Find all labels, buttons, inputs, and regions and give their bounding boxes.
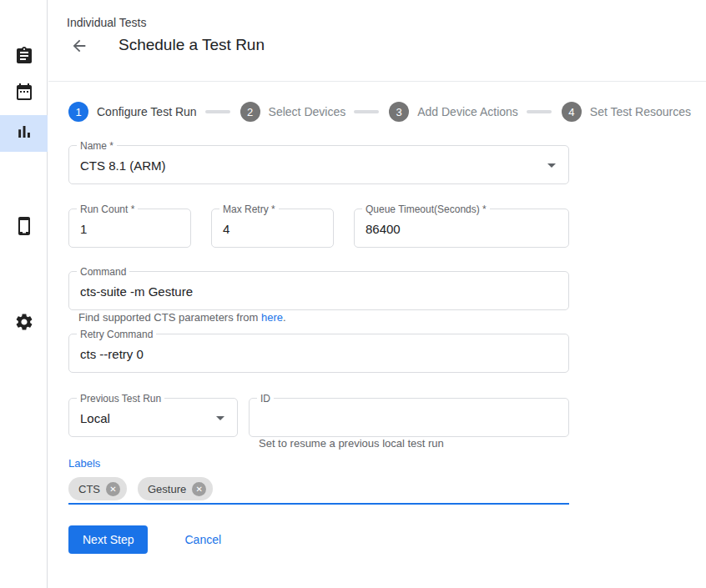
sidebar: [0, 0, 48, 588]
sidebar-item-test-plans[interactable]: [0, 75, 48, 112]
chevron-down-icon[interactable]: [210, 408, 230, 428]
step-connector: [527, 110, 552, 113]
step-configure-test-run[interactable]: 1 Configure Test Run: [68, 102, 197, 122]
back-button[interactable]: [70, 37, 88, 55]
step-select-devices[interactable]: 2 Select Devices: [240, 102, 346, 122]
field-label: Max Retry *: [219, 204, 279, 215]
command-value: cts-suite -m Gesture: [80, 284, 193, 299]
label-chip[interactable]: Gesture ✕: [138, 477, 213, 500]
chip-text: CTS: [78, 483, 100, 495]
next-step-button[interactable]: Next Step: [68, 525, 148, 554]
sidebar-item-settings[interactable]: [0, 305, 48, 342]
step-label: Set Test Resources: [590, 105, 691, 118]
chip-text: Gesture: [148, 483, 186, 495]
field-label: Command: [77, 266, 129, 278]
sidebar-item-test-runs[interactable]: [0, 115, 48, 152]
queue-timeout-field[interactable]: Queue Timeout(Seconds) * 86400: [354, 209, 569, 248]
main-content: Individual Tests Schedule a Test Run 1 C…: [48, 0, 706, 588]
step-label: Configure Test Run: [97, 105, 197, 118]
labels-input-underline[interactable]: [68, 503, 569, 505]
helper-prefix: Find supported CTS parameters from: [78, 311, 261, 324]
chevron-down-icon[interactable]: [542, 155, 562, 175]
page-title: Schedule a Test Run: [119, 36, 265, 54]
labels-chip-list[interactable]: CTS ✕ Gesture ✕: [68, 477, 213, 500]
run-count-value: 1: [80, 222, 87, 236]
field-label: Queue Timeout(Seconds) *: [362, 204, 490, 215]
step-connector: [205, 110, 230, 113]
chip-remove-icon[interactable]: ✕: [106, 482, 120, 496]
field-label: Run Count *: [77, 204, 138, 215]
step-connector: [354, 110, 379, 113]
name-select-value: CTS 8.1 (ARM): [80, 158, 166, 173]
header-divider: [48, 81, 706, 82]
step-label: Add Device Actions: [417, 105, 518, 118]
id-helper-text: Set to resume a previous local test run: [259, 437, 444, 450]
cancel-button[interactable]: Cancel: [178, 533, 228, 546]
app-window: Individual Tests Schedule a Test Run 1 C…: [0, 0, 706, 588]
bar-chart-icon: [14, 122, 34, 145]
helper-suffix: .: [283, 311, 286, 324]
sidebar-item-devices[interactable]: [0, 209, 48, 246]
field-label: Retry Command: [77, 329, 156, 340]
previous-test-run-value: Local: [80, 411, 110, 425]
previous-test-run-select[interactable]: Previous Test Run Local: [68, 398, 238, 437]
step-number-badge: 4: [562, 102, 582, 122]
step-add-device-actions[interactable]: 3 Add Device Actions: [389, 102, 518, 122]
field-label: Name *: [77, 140, 117, 152]
gear-icon: [14, 312, 34, 335]
cts-parameters-link[interactable]: here: [261, 311, 283, 324]
field-label: Previous Test Run: [77, 393, 164, 405]
calendar-icon: [14, 82, 34, 105]
step-number-badge: 3: [389, 102, 409, 122]
labels-caption: Labels: [68, 457, 100, 470]
step-number-badge: 2: [240, 102, 260, 122]
smartphone-icon: [14, 216, 34, 239]
chip-remove-icon[interactable]: ✕: [192, 482, 206, 496]
queue-timeout-value: 86400: [366, 222, 401, 236]
step-number-badge: 1: [68, 102, 88, 122]
label-chip[interactable]: CTS ✕: [68, 477, 127, 500]
assignment-icon: [14, 46, 34, 69]
max-retry-field[interactable]: Max Retry * 4: [211, 209, 334, 248]
step-label: Select Devices: [269, 105, 346, 118]
field-label: ID: [257, 393, 274, 405]
form-actions: Next Step Cancel: [68, 525, 228, 554]
breadcrumb: Individual Tests: [67, 16, 146, 29]
max-retry-value: 4: [223, 222, 229, 236]
name-select[interactable]: Name * CTS 8.1 (ARM): [68, 145, 569, 184]
step-set-test-resources[interactable]: 4 Set Test Resources: [562, 102, 691, 122]
stepper: 1 Configure Test Run 2 Select Devices 3 …: [68, 102, 691, 122]
sidebar-item-tests[interactable]: [0, 39, 48, 76]
id-field[interactable]: ID: [249, 398, 569, 437]
command-helper-text: Find supported CTS parameters from here.: [78, 311, 286, 324]
retry-command-value: cts --retry 0: [80, 347, 144, 361]
run-count-field[interactable]: Run Count * 1: [68, 209, 191, 248]
arrow-back-icon: [70, 45, 88, 58]
retry-command-field[interactable]: Retry Command cts --retry 0: [68, 334, 569, 373]
command-field[interactable]: Command cts-suite -m Gesture: [68, 271, 569, 310]
